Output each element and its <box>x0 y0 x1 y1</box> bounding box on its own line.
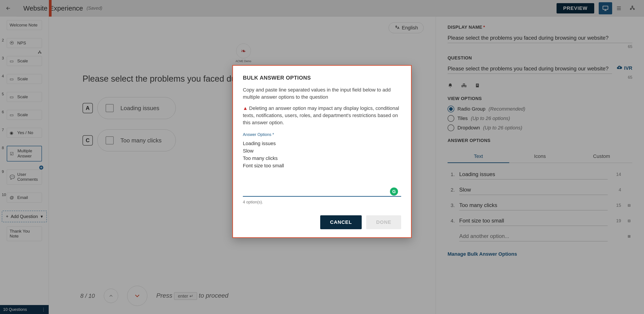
modal-description: Copy and paste line separated values in … <box>243 86 401 101</box>
modal-title: BULK ANSWER OPTIONS <box>243 75 401 81</box>
done-button[interactable]: DONE <box>366 215 401 229</box>
warning-icon: ▲ <box>243 106 248 111</box>
bulk-options-textarea[interactable] <box>243 138 401 197</box>
modal-overlay[interactable]: BULK ANSWER OPTIONS Copy and paste line … <box>0 0 644 314</box>
textarea-label: Answer Options * <box>243 132 401 137</box>
option-count-label: 4 option(s). <box>243 200 401 204</box>
modal-actions: CANCEL DONE <box>243 215 401 229</box>
modal-warning: ▲Deleting an answer option may impact an… <box>243 105 401 126</box>
bulk-answer-modal: BULK ANSWER OPTIONS Copy and paste line … <box>232 65 412 238</box>
cancel-button[interactable]: CANCEL <box>320 215 362 229</box>
